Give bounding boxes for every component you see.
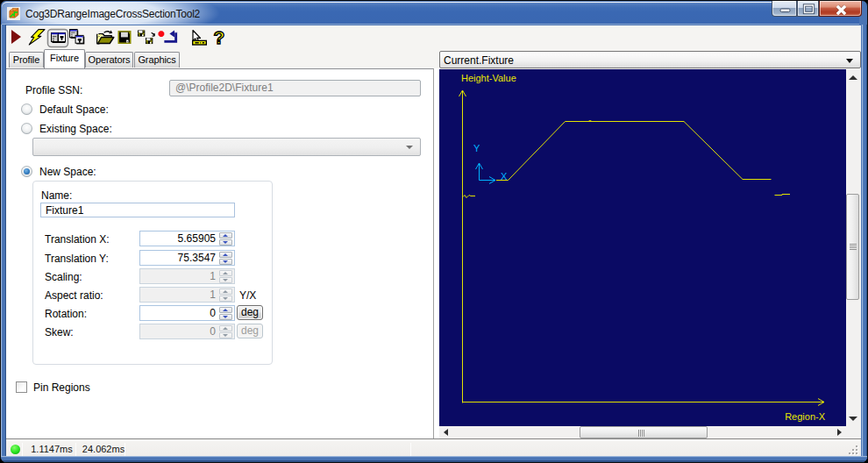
svg-text:?: ? bbox=[214, 27, 225, 47]
svg-text:Region-X: Region-X bbox=[785, 411, 826, 422]
svg-text:Height-Value: Height-Value bbox=[461, 73, 516, 83]
svg-text:Y: Y bbox=[473, 143, 480, 153]
svg-text:X: X bbox=[501, 171, 508, 182]
